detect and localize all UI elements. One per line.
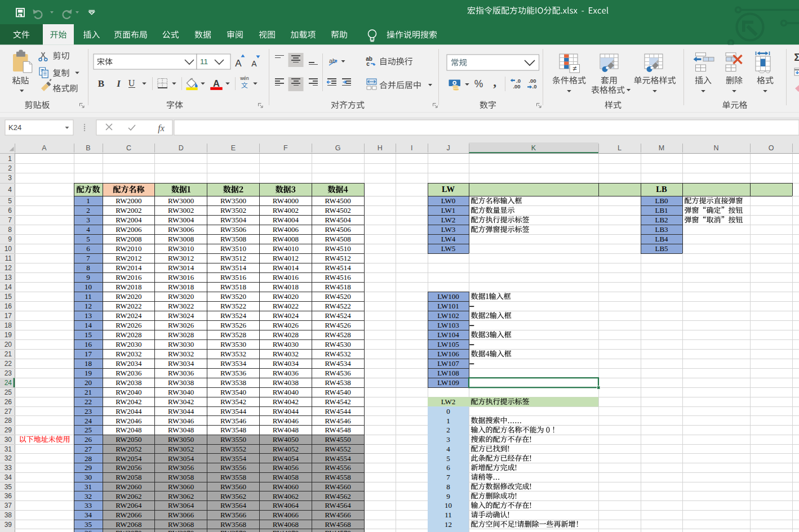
svg-text:LW105: LW105 [437, 340, 459, 348]
svg-text:RW2018: RW2018 [116, 283, 141, 291]
svg-text:RW3038: RW3038 [168, 378, 194, 387]
svg-text:RW2010: RW2010 [116, 244, 141, 253]
svg-text:J: J [446, 144, 450, 152]
svg-text:RW4018: RW4018 [273, 283, 299, 291]
svg-text:LW108: LW108 [437, 369, 459, 377]
svg-text:RW4518: RW4518 [325, 283, 350, 291]
svg-text:LB: LB [656, 185, 667, 194]
svg-text:25: 25 [5, 388, 12, 396]
svg-text:RW4000: RW4000 [273, 196, 299, 205]
svg-text:RW3520: RW3520 [220, 292, 246, 301]
svg-text:6: 6 [446, 463, 450, 472]
svg-text:9: 9 [86, 273, 90, 281]
svg-text:RW2052: RW2052 [116, 445, 141, 453]
svg-text:RW3544: RW3544 [220, 407, 247, 415]
svg-text:RW3006: RW3006 [168, 225, 194, 234]
svg-text:RW3026: RW3026 [168, 321, 194, 329]
svg-text:L: L [618, 144, 622, 152]
svg-text:32: 32 [5, 454, 12, 462]
svg-text:1: 1 [446, 417, 450, 425]
svg-text:20: 20 [85, 378, 92, 387]
svg-text:RW3532: RW3532 [220, 350, 246, 358]
svg-text:1: 1 [8, 155, 12, 163]
svg-text:11: 11 [5, 254, 12, 262]
svg-text:23: 23 [5, 369, 12, 377]
svg-text:2: 2 [86, 206, 90, 214]
svg-text:RW3558: RW3558 [220, 473, 246, 481]
svg-text:RW2042: RW2042 [116, 397, 141, 406]
svg-text:RW3562: RW3562 [220, 492, 246, 500]
svg-text:M: M [659, 144, 664, 152]
svg-text:4: 4 [86, 225, 90, 234]
svg-text:RW2028: RW2028 [116, 330, 141, 339]
svg-text:16: 16 [85, 340, 92, 348]
svg-text:26: 26 [85, 435, 92, 444]
svg-text:RW3048: RW3048 [168, 426, 194, 434]
svg-text:RW4002: RW4002 [273, 206, 299, 214]
svg-text:RW2060: RW2060 [116, 482, 141, 491]
svg-text:Σ: Σ [794, 51, 799, 63]
svg-text:RW4568: RW4568 [325, 520, 350, 529]
svg-text:RW3002: RW3002 [168, 206, 194, 214]
svg-text:RW3014: RW3014 [168, 263, 194, 272]
svg-text:RW4502: RW4502 [325, 206, 350, 214]
svg-text:RW2038: RW2038 [116, 378, 141, 387]
svg-text:RW2006: RW2006 [116, 225, 142, 234]
svg-text:32: 32 [85, 492, 92, 500]
svg-text:K24: K24 [8, 123, 21, 132]
svg-text:RW3556: RW3556 [220, 463, 247, 472]
svg-text:RW3040: RW3040 [168, 388, 194, 396]
svg-text:RW3512: RW3512 [220, 254, 246, 262]
svg-text:RW4504: RW4504 [325, 216, 351, 224]
svg-text:RW3540: RW3540 [220, 388, 246, 396]
svg-text:RW2054: RW2054 [116, 454, 142, 463]
svg-text:RW2024: RW2024 [116, 311, 142, 320]
svg-text:RW3044: RW3044 [168, 407, 194, 415]
svg-text:LB2: LB2 [655, 216, 668, 224]
svg-text:RW2064: RW2064 [116, 501, 142, 509]
svg-text:11: 11 [445, 511, 452, 519]
svg-text:RW4564: RW4564 [325, 501, 351, 509]
svg-text:RW3070: RW3070 [168, 529, 194, 532]
svg-text:RW2020: RW2020 [116, 292, 141, 301]
svg-text:RW3508: RW3508 [220, 235, 246, 243]
svg-text:26: 26 [5, 398, 12, 406]
svg-text:RW4516: RW4516 [325, 273, 351, 281]
svg-text:33: 33 [85, 501, 92, 509]
svg-text:U: U [128, 78, 135, 88]
svg-text:4: 4 [8, 186, 12, 194]
svg-text:RW3010: RW3010 [168, 244, 194, 253]
svg-text:RW2048: RW2048 [116, 426, 141, 434]
svg-text:6: 6 [8, 207, 12, 214]
svg-text:RW3068: RW3068 [168, 520, 194, 529]
svg-text:13: 13 [85, 311, 92, 320]
svg-text:RW4008: RW4008 [273, 235, 299, 243]
svg-text:31: 31 [85, 482, 92, 491]
svg-text:RW4050: RW4050 [273, 435, 299, 444]
svg-text:A: A [235, 58, 242, 69]
svg-text:17: 17 [5, 312, 12, 320]
svg-text:3: 3 [8, 174, 12, 182]
svg-text:RW3510: RW3510 [220, 244, 246, 253]
svg-text:RW4026: RW4026 [273, 321, 299, 329]
svg-text:RW2004: RW2004 [116, 216, 142, 224]
svg-text:1: 1 [86, 196, 90, 205]
svg-text:5: 5 [86, 235, 90, 243]
svg-text:RW4526: RW4526 [325, 321, 351, 329]
svg-text:B: B [98, 78, 104, 89]
svg-text:LB3: LB3 [655, 225, 668, 234]
svg-text:B: B [86, 144, 90, 152]
svg-text:LW109: LW109 [437, 378, 459, 387]
svg-text:11: 11 [85, 292, 92, 301]
svg-text:RW3538: RW3538 [220, 378, 246, 387]
svg-text:A: A [213, 78, 220, 88]
svg-text:3: 3 [446, 435, 450, 444]
svg-text:30: 30 [5, 436, 12, 444]
svg-text:RW3522: RW3522 [220, 302, 246, 310]
svg-text:25: 25 [85, 426, 92, 434]
svg-text:29: 29 [85, 463, 92, 472]
svg-text:RW4512: RW4512 [325, 254, 350, 262]
svg-text:RW2002: RW2002 [116, 206, 141, 214]
svg-text:RW3018: RW3018 [168, 283, 194, 291]
svg-text:LW1: LW1 [441, 206, 456, 214]
